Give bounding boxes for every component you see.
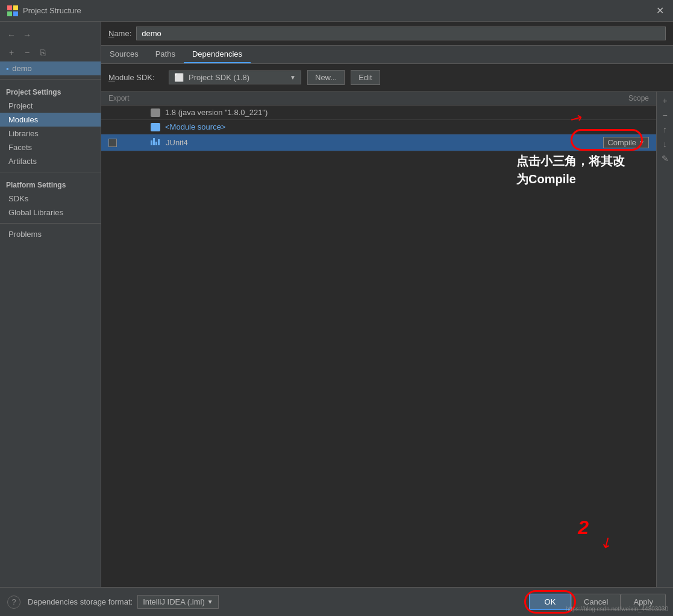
svg-rect-1 <box>13 5 18 10</box>
module-item-demo[interactable]: ▪ demo <box>0 61 101 75</box>
sdk-value: Project SDK (1.8) <box>189 73 249 82</box>
tab-paths[interactable]: Paths <box>147 46 184 63</box>
dep-name-jdk: 1.8 (java version "1.8.0_221") <box>151 108 577 117</box>
sdk-label: Module SDK: <box>108 73 163 82</box>
col-export-label: Export <box>108 94 151 102</box>
sidebar-item-global-libraries[interactable]: Global Libraries <box>0 206 101 219</box>
sdk-row: Module SDK: ⬜ Project SDK (1.8) ▼ New...… <box>101 64 673 92</box>
content-area: Name: Sources Paths Dependencies Module … <box>101 22 673 587</box>
sidebar-nav: ← → <box>0 27 101 43</box>
junit-icon <box>151 138 162 147</box>
dep-row-junit4[interactable]: JUnit4 Compile ▼ <box>101 134 656 151</box>
ok-button[interactable]: OK <box>529 594 571 610</box>
jdk-icon <box>151 108 160 117</box>
dep-scope-junit4[interactable]: Compile ▼ <box>577 137 649 148</box>
dep-name-junit4-text: JUnit4 <box>166 138 188 147</box>
right-tools: + − ↑ ↓ ✎ <box>656 92 673 587</box>
sidebar-item-sdks[interactable]: SDKs <box>0 192 101 206</box>
sidebar-toolbar: + − ⎘ <box>0 43 101 61</box>
sidebar: ← → + − ⎘ ▪ demo Project Settings Projec… <box>0 22 101 587</box>
sdk-icon: ⬜ <box>174 73 184 82</box>
title-bar: Project Structure ✕ <box>0 0 673 22</box>
watermark: https://blog.csdn.net/weixin_44803030 <box>566 606 668 612</box>
sidebar-item-project[interactable]: Project <box>0 99 101 113</box>
sidebar-item-artifacts[interactable]: Artifacts <box>0 154 101 168</box>
forward-button[interactable]: → <box>20 29 34 41</box>
deps-main: Export Scope 1.8 (java version "1.8.0_22… <box>101 92 656 587</box>
sdk-edit-button[interactable]: Edit <box>351 70 380 85</box>
svg-rect-0 <box>7 5 12 10</box>
scope-value: Compile <box>607 138 636 147</box>
dep-name-source: <Module source> <box>151 122 577 131</box>
source-icon <box>151 123 160 131</box>
dep-name-jdk-text: 1.8 (java version "1.8.0_221") <box>165 108 268 117</box>
back-button[interactable]: ← <box>5 29 18 41</box>
remove-dep-button[interactable]: − <box>659 108 672 122</box>
move-up-button[interactable]: ↑ <box>659 123 672 136</box>
sidebar-item-libraries[interactable]: Libraries <box>0 127 101 140</box>
app-icon <box>7 5 18 16</box>
svg-rect-2 <box>7 11 12 16</box>
sdk-select[interactable]: ⬜ Project SDK (1.8) ▼ <box>169 71 301 84</box>
name-input[interactable] <box>136 27 666 40</box>
title-bar-text: Project Structure <box>23 6 81 15</box>
deps-table-header: Export Scope <box>101 92 656 105</box>
add-dep-button[interactable]: + <box>659 94 672 107</box>
storage-format-value: IntelliJ IDEA (.iml) <box>143 597 205 606</box>
help-button[interactable]: ? <box>7 596 20 609</box>
module-icon: ▪ <box>6 64 8 73</box>
add-module-button[interactable]: + <box>5 46 18 59</box>
name-row: Name: <box>101 22 673 46</box>
dep-checkbox-junit4[interactable] <box>108 139 151 147</box>
dep-name-junit4: JUnit4 <box>151 138 577 147</box>
tab-sources[interactable]: Sources <box>101 46 147 63</box>
platform-settings-title: Platform Settings <box>0 176 101 192</box>
tabs-bar: Sources Paths Dependencies <box>101 46 673 64</box>
junit4-checkbox[interactable] <box>108 139 117 147</box>
deps-table-body: 1.8 (java version "1.8.0_221") <Module s… <box>101 105 656 587</box>
sdk-new-button[interactable]: New... <box>307 70 345 85</box>
dep-row-source[interactable]: <Module source> <box>101 120 656 134</box>
storage-format-label: Dependencies storage format: <box>28 597 133 606</box>
move-down-button[interactable]: ↓ <box>659 137 672 151</box>
close-button[interactable]: ✕ <box>654 5 666 17</box>
project-settings-title: Project Settings <box>0 83 101 99</box>
storage-format-select[interactable]: IntelliJ IDEA (.iml) ▼ <box>137 595 218 609</box>
name-label: Name: <box>108 29 131 38</box>
sidebar-item-facets[interactable]: Facets <box>0 140 101 154</box>
col-scope-label: Scope <box>577 94 649 102</box>
sidebar-item-modules[interactable]: Modules <box>0 113 101 127</box>
dep-name-source-text: <Module source> <box>165 122 225 131</box>
remove-module-button[interactable]: − <box>20 46 34 59</box>
module-name: demo <box>12 64 32 73</box>
dep-row-jdk[interactable]: 1.8 (java version "1.8.0_221") <box>101 105 656 120</box>
sidebar-divider-2 <box>0 172 101 172</box>
sdk-select-icon-container: ⬜ Project SDK (1.8) <box>174 73 249 82</box>
bottom-bar: ? Dependencies storage format: IntelliJ … <box>0 587 673 616</box>
deps-section: Export Scope 1.8 (java version "1.8.0_22… <box>101 92 673 587</box>
sidebar-item-problems[interactable]: Problems <box>0 227 101 241</box>
chevron-down-icon: ▼ <box>207 599 213 605</box>
ok-btn-wrapper: OK <box>529 594 571 610</box>
svg-rect-3 <box>13 11 18 16</box>
chevron-down-icon: ▼ <box>639 139 645 146</box>
tab-dependencies[interactable]: Dependencies <box>184 46 251 63</box>
sidebar-divider-3 <box>0 223 101 224</box>
chevron-down-icon: ▼ <box>290 74 296 81</box>
scope-dropdown-junit4[interactable]: Compile ▼ <box>603 137 649 148</box>
edit-dep-button[interactable]: ✎ <box>659 152 672 165</box>
sidebar-divider-1 <box>0 79 101 80</box>
copy-module-button[interactable]: ⎘ <box>36 46 49 59</box>
